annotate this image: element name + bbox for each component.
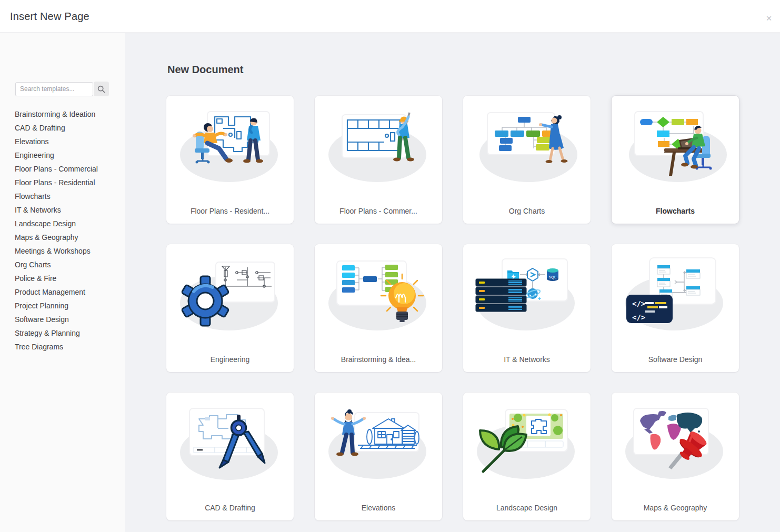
template-card-maps-geography[interactable]: Maps & Geography [612,393,739,520]
insert-new-page-dialog: Insert New Page × Brainstorming & Ideati… [0,0,780,532]
sidebar-item-floor-plans-residential[interactable]: Floor Plans - Residential [0,176,125,189]
template-card-flowcharts[interactable]: Flowcharts [612,96,739,224]
template-card-org-charts[interactable]: Org Charts [463,96,591,224]
card-label: Floor Plans - Resident... [166,207,294,215]
svg-text:</>: </> [632,299,645,308]
sidebar-item-flowcharts[interactable]: Flowcharts [0,189,125,203]
landscape-design-illustration [472,399,582,491]
template-gallery: New Document [125,33,780,532]
card-label: Flowcharts [612,207,739,215]
sidebar-item-maps-geography[interactable]: Maps & Geography [0,230,125,244]
sidebar-item-tree-diagrams[interactable]: Tree Diagrams [0,340,125,354]
sidebar-item-brainstorming-ideation[interactable]: Brainstorming & Ideation [0,107,125,121]
sidebar-item-police-fire[interactable]: Police & Fire [0,272,125,285]
svg-text:</>: </> [632,313,645,322]
sidebar-item-product-management[interactable]: Product Management [0,285,125,299]
sidebar-item-cad-drafting[interactable]: CAD & Drafting [0,121,125,135]
template-card-elevations[interactable]: Elevations [315,393,442,520]
flowcharts-illustration [620,102,731,195]
sidebar-item-meetings-workshops[interactable]: Meetings & Workshops [0,244,125,258]
card-label: IT & Networks [463,355,591,364]
card-label: Brainstorming & Idea... [315,355,442,364]
section-heading: New Document [167,64,243,76]
close-icon[interactable]: × [763,13,775,25]
svg-text:SQL: SQL [549,275,557,279]
sidebar-item-landscape-design[interactable]: Landscape Design [0,217,125,230]
org-charts-illustration [472,102,582,195]
template-card-floor-plans-commercial[interactable]: Floor Plans - Commer... [315,96,442,224]
sidebar-item-project-planning[interactable]: Project Planning [0,299,125,313]
template-card-cad-drafting[interactable]: CAD & Drafting [166,393,294,520]
it-networks-illustration: SQL [472,250,582,343]
template-card-landscape-design[interactable]: Landscape Design [463,393,591,520]
software-design-illustration: </> </> [620,250,731,343]
dialog-header: Insert New Page × [0,0,780,33]
engineering-illustration [175,250,285,343]
sidebar-item-elevations[interactable]: Elevations [0,135,125,148]
sidebar-item-strategy-planning[interactable]: Strategy & Planning [0,326,125,340]
template-card-engineering[interactable]: Engineering [166,244,294,372]
card-label: Org Charts [463,207,591,215]
template-card-grid: Floor Plans - Resident... [166,96,739,520]
dialog-title: Insert New Page [10,11,89,23]
floor-plans-residential-illustration [175,102,285,195]
template-category-sidebar: Brainstorming & Ideation CAD & Drafting … [0,33,125,532]
sidebar-item-engineering[interactable]: Engineering [0,148,125,162]
category-list: Brainstorming & Ideation CAD & Drafting … [0,107,125,354]
elevations-illustration [323,399,434,491]
search-icon [97,85,105,93]
brainstorming-illustration [323,250,434,343]
card-label: Software Design [612,355,739,364]
maps-geography-illustration [620,399,731,491]
sidebar-item-floor-plans-commercial[interactable]: Floor Plans - Commercial [0,162,125,176]
card-label: Elevations [315,504,442,512]
sidebar-item-it-networks[interactable]: IT & Networks [0,203,125,217]
cad-drafting-illustration [175,399,285,491]
card-label: Engineering [166,355,294,364]
template-card-brainstorming-ideation[interactable]: Brainstorming & Idea... [315,244,442,372]
sidebar-item-org-charts[interactable]: Org Charts [0,258,125,272]
search-button[interactable] [94,82,109,96]
card-label: Landscape Design [463,504,591,512]
card-label: Floor Plans - Commer... [315,207,442,215]
template-card-floor-plans-residential[interactable]: Floor Plans - Resident... [166,96,294,224]
floor-plans-commercial-illustration [323,102,434,195]
template-card-software-design[interactable]: </> </> Software Design [612,244,739,372]
sidebar-item-software-design[interactable]: Software Design [0,313,125,326]
search-input[interactable] [15,82,93,96]
card-label: Maps & Geography [612,504,739,512]
template-card-it-networks[interactable]: SQL [463,244,591,372]
card-label: CAD & Drafting [166,504,294,512]
